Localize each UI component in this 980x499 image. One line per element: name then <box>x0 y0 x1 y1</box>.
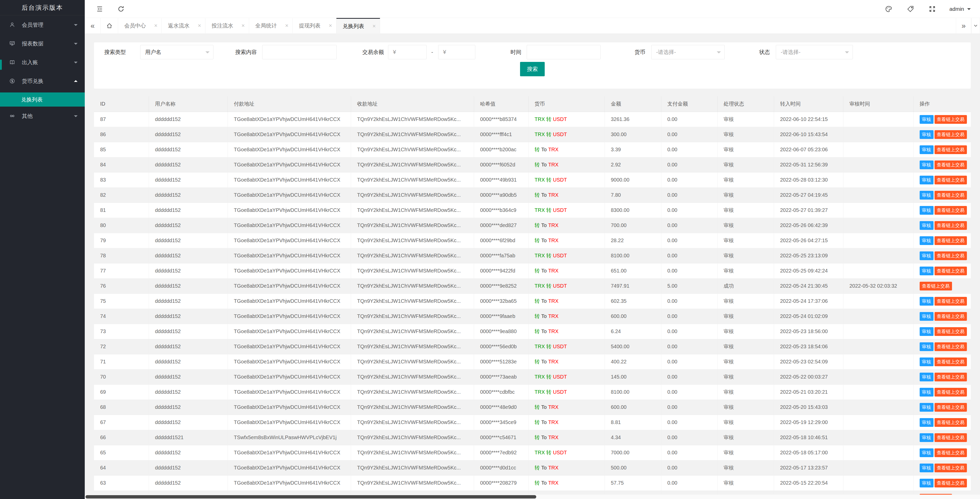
tabbar-right-controls: » <box>956 18 980 33</box>
view-chain-tx-button[interactable]: 查看链上交易 <box>935 388 967 397</box>
fullscreen-icon[interactable] <box>928 5 936 13</box>
tab-withdraw-list[interactable]: 提现列表× <box>293 18 336 33</box>
close-icon[interactable]: × <box>329 22 332 29</box>
audit-button[interactable]: 审核 <box>920 221 934 230</box>
theme-palette-icon[interactable] <box>885 5 892 13</box>
audit-button[interactable]: 审核 <box>920 251 934 260</box>
view-chain-tx-button[interactable]: 查看链上交易 <box>935 130 967 139</box>
tab-bet-flow[interactable]: 投注流水× <box>205 18 249 33</box>
search-content-label: 搜索内容 <box>235 45 257 59</box>
view-chain-tx-button[interactable]: 查看链上交易 <box>935 251 967 260</box>
audit-button[interactable]: 审核 <box>920 464 934 472</box>
balance-max-input[interactable] <box>449 49 471 55</box>
view-chain-tx-button[interactable]: 查看链上交易 <box>935 191 967 200</box>
sidebar-item-others[interactable]: 其他 <box>0 106 85 126</box>
cell-audit-time <box>843 475 913 491</box>
view-chain-tx-button[interactable]: 查看链上交易 <box>935 206 967 215</box>
view-chain-tx-button[interactable]: 查看链上交易 <box>935 358 967 366</box>
close-icon[interactable]: × <box>154 22 158 29</box>
view-chain-tx-button[interactable]: 查看链上交易 <box>935 312 967 321</box>
view-chain-tx-button[interactable]: 查看链上交易 <box>935 373 967 381</box>
audit-button[interactable]: 审核 <box>920 191 934 200</box>
cell-pay-amount: 0.00 <box>661 385 717 400</box>
view-chain-tx-button[interactable]: 查看链上交易 <box>935 479 967 488</box>
view-chain-tx-button[interactable]: 查看链上交易 <box>935 221 967 230</box>
audit-button[interactable]: 审核 <box>920 297 934 306</box>
view-chain-tx-button[interactable]: 查看链上交易 <box>935 448 967 457</box>
tabs-scroll-left-button[interactable]: « <box>85 18 101 33</box>
audit-button[interactable]: 审核 <box>920 115 934 124</box>
view-chain-tx-button[interactable]: 查看链上交易 <box>935 342 967 351</box>
sidebar-scroll-thumb[interactable] <box>0 60 2 70</box>
search-content-input[interactable] <box>267 49 332 55</box>
view-chain-tx-button[interactable]: 查看链上交易 <box>935 161 967 169</box>
cell-recv-address: TQn9Y2khEsLJW1ChVWFMSMeRDow5Kc... <box>351 203 474 218</box>
view-chain-tx-button[interactable]: 查看链上交易 <box>920 282 952 291</box>
tab-exchange-list[interactable]: 兑换列表× <box>336 18 380 33</box>
close-icon[interactable]: × <box>198 22 201 29</box>
currency-select[interactable]: -请选择- <box>651 45 725 59</box>
audit-button[interactable]: 审核 <box>920 161 934 169</box>
close-icon[interactable]: × <box>242 22 245 29</box>
collapse-menu-icon[interactable] <box>96 5 103 13</box>
currency-part: To <box>541 404 547 410</box>
tabs-scroll-right-button[interactable]: » <box>956 18 971 33</box>
view-chain-tx-button[interactable]: 查看链上交易 <box>935 267 967 275</box>
audit-button[interactable]: 审核 <box>920 448 934 457</box>
sidebar-item-accounting[interactable]: 出入账 <box>0 53 85 72</box>
tab-global-stats[interactable]: 全局统计× <box>249 18 293 33</box>
view-chain-tx-button[interactable]: 查看链上交易 <box>935 115 967 124</box>
status-select[interactable]: -请选择- <box>776 45 853 59</box>
view-chain-tx-button[interactable]: 查看链上交易 <box>935 327 967 336</box>
cell-id: 66 <box>94 430 149 445</box>
audit-button[interactable]: 审核 <box>920 327 934 336</box>
refresh-icon[interactable] <box>117 5 124 13</box>
sidebar-item-report-data[interactable]: 报表数据 <box>0 34 85 53</box>
audit-button[interactable]: 审核 <box>920 236 934 245</box>
cell-id: 86 <box>94 127 149 142</box>
status-label: 状态 <box>759 45 770 59</box>
audit-button[interactable]: 审核 <box>920 130 934 139</box>
audit-button[interactable]: 审核 <box>920 358 934 366</box>
sidebar-item-exchange-list[interactable]: 兑换列表 <box>0 92 85 106</box>
balance-min-input[interactable] <box>399 49 422 55</box>
view-chain-tx-button[interactable]: 查看链上交易 <box>935 236 967 245</box>
view-chain-tx-button[interactable]: 查看链上交易 <box>935 433 967 442</box>
search-button[interactable]: 搜索 <box>520 62 545 76</box>
tabs-menu-button[interactable] <box>971 18 980 33</box>
audit-button[interactable]: 审核 <box>920 418 934 427</box>
search-type-select[interactable]: 用户名 <box>140 45 213 59</box>
audit-button[interactable]: 审核 <box>920 373 934 381</box>
column-header: 用户名称 <box>149 96 228 112</box>
cell-recv-address: TQn9Y2khEsLJW1ChVWFMSMeRDow5Kc... <box>351 278 474 294</box>
sidebar-item-member-management[interactable]: 会员管理 <box>0 16 85 34</box>
cell-currency: TRX 转USDT <box>528 203 605 218</box>
close-icon[interactable]: × <box>372 23 376 30</box>
audit-button[interactable]: 审核 <box>920 176 934 184</box>
view-chain-tx-button[interactable]: 查看链上交易 <box>935 464 967 472</box>
sidebar-item-currency-exchange[interactable]: 货币兑换 <box>0 72 85 91</box>
audit-button[interactable]: 审核 <box>920 312 934 321</box>
currency-part: 转 <box>535 313 540 319</box>
audit-button[interactable]: 审核 <box>920 206 934 215</box>
tab-rebate-flow[interactable]: 返水流水× <box>162 18 205 33</box>
home-tab-button[interactable] <box>101 18 118 33</box>
audit-button[interactable]: 审核 <box>920 433 934 442</box>
user-menu[interactable]: admin <box>950 6 971 12</box>
close-icon[interactable]: × <box>285 22 288 29</box>
view-chain-tx-button[interactable]: 查看链上交易 <box>935 418 967 427</box>
view-chain-tx-button[interactable]: 查看链上交易 <box>935 176 967 184</box>
tab-member-center[interactable]: 会员中心× <box>118 18 162 33</box>
audit-button[interactable]: 审核 <box>920 479 934 488</box>
audit-button[interactable]: 审核 <box>920 403 934 412</box>
view-chain-tx-button[interactable]: 查看链上交易 <box>935 297 967 306</box>
audit-button[interactable]: 审核 <box>920 342 934 351</box>
time-input[interactable] <box>531 49 596 55</box>
audit-button[interactable]: 审核 <box>920 388 934 397</box>
view-chain-tx-button[interactable]: 查看链上交易 <box>935 403 967 412</box>
audit-button[interactable]: 审核 <box>920 145 934 154</box>
tag-icon[interactable] <box>907 5 914 13</box>
view-chain-tx-button[interactable]: 查看链上交易 <box>935 145 967 154</box>
audit-button[interactable]: 审核 <box>920 267 934 275</box>
horizontal-scrollbar-thumb[interactable] <box>86 495 536 499</box>
